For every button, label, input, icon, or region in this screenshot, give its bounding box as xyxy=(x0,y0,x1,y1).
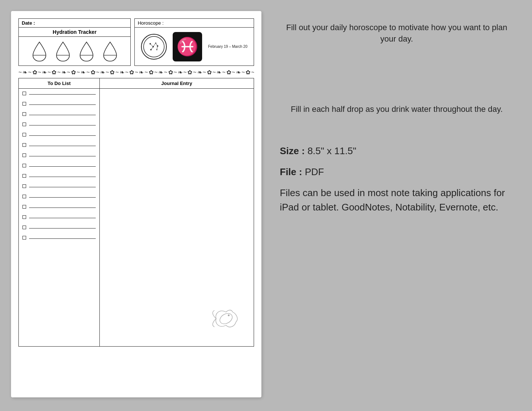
todo-checkbox[interactable] xyxy=(22,133,26,137)
water-drop-4 xyxy=(101,40,119,62)
todo-item xyxy=(22,215,96,219)
todo-item xyxy=(22,164,96,167)
horoscope-box: Horoscope : xyxy=(134,18,254,66)
todo-checkbox[interactable] xyxy=(22,123,26,126)
todo-line xyxy=(29,187,96,187)
todo-line xyxy=(29,104,96,105)
water-drop-3 xyxy=(78,40,95,62)
pisces-symbol-box: ♓ xyxy=(173,32,202,61)
todo-line xyxy=(29,197,96,198)
todo-item xyxy=(22,92,96,95)
zodiac-dates: February 19 – March 20 xyxy=(208,45,247,49)
todo-checkbox[interactable] xyxy=(22,102,26,106)
todo-line xyxy=(29,94,96,95)
todo-item xyxy=(22,226,96,229)
todo-line xyxy=(29,177,96,177)
todo-item xyxy=(22,195,96,198)
water-drops-row xyxy=(19,37,130,65)
todo-section: To Do List xyxy=(19,78,100,346)
todo-item xyxy=(22,102,96,106)
todo-checkbox[interactable] xyxy=(22,174,26,178)
todo-item xyxy=(22,153,96,157)
journal-header: Journal Entry xyxy=(100,78,254,89)
todo-items-list xyxy=(19,89,99,249)
todo-line xyxy=(29,208,96,208)
annotations-panel: Fill out your daily horoscope to motivat… xyxy=(272,11,521,218)
description-text: Files can be used in most note taking ap… xyxy=(280,186,514,215)
horoscope-content: ♓ February 19 – March 20 xyxy=(135,28,254,65)
todo-line xyxy=(29,146,96,146)
todo-checkbox[interactable] xyxy=(22,143,26,147)
todo-checkbox[interactable] xyxy=(22,236,26,240)
top-section: Date : Hydration Tracker xyxy=(18,18,254,66)
fish-watermark-icon xyxy=(209,302,243,335)
file-info: File : PDF xyxy=(280,165,514,178)
water-drop-1 xyxy=(31,40,48,62)
arrow-horoscope xyxy=(280,60,353,71)
todo-item xyxy=(22,123,96,126)
hydration-tracker-title: Hydration Tracker xyxy=(19,28,130,37)
todo-checkbox[interactable] xyxy=(22,195,26,198)
todo-checkbox[interactable] xyxy=(22,92,26,95)
journal-body[interactable] xyxy=(100,89,254,346)
todo-line xyxy=(29,135,96,136)
file-label: File : xyxy=(280,166,302,177)
date-row: Date : xyxy=(19,19,130,28)
water-drop-2 xyxy=(54,40,72,62)
journal-section: Journal Entry xyxy=(100,78,254,346)
vine-divider: ~❧~✿~❧~✿~❧~✿~❧~✿~❧~✿~❧~✿~❧~✿~❧~✿~❧~✿~❧~✿… xyxy=(18,69,254,76)
todo-item xyxy=(22,174,96,178)
todo-item xyxy=(22,133,96,137)
constellation-icon xyxy=(141,34,167,60)
size-info: Size : 8.5" x 11.5" xyxy=(280,144,514,157)
todo-line xyxy=(29,238,96,239)
todo-checkbox[interactable] xyxy=(22,215,26,219)
annotation-water-drops: Fill in each half drop as you drink wate… xyxy=(280,104,514,115)
file-value: PDF xyxy=(305,166,324,177)
svg-point-16 xyxy=(218,311,234,326)
left-top-panel: Date : Hydration Tracker xyxy=(18,18,131,66)
todo-checkbox[interactable] xyxy=(22,112,26,116)
todo-line xyxy=(29,218,96,218)
annotation-horoscope-text: Fill out your daily horoscope to motivat… xyxy=(280,22,514,45)
main-container: Date : Hydration Tracker xyxy=(11,11,521,397)
main-content-area: To Do List xyxy=(18,78,254,347)
todo-item xyxy=(22,112,96,116)
todo-checkbox[interactable] xyxy=(22,226,26,229)
horoscope-label: Horoscope : xyxy=(135,19,254,28)
todo-item xyxy=(22,184,96,188)
annotation-horoscope: Fill out your daily horoscope to motivat… xyxy=(280,22,514,45)
todo-item xyxy=(22,236,96,240)
todo-item xyxy=(22,143,96,147)
paper-document: Date : Hydration Tracker xyxy=(11,11,261,397)
todo-line xyxy=(29,125,96,125)
todo-checkbox[interactable] xyxy=(22,164,26,167)
todo-item xyxy=(22,205,96,209)
todo-line xyxy=(29,156,96,156)
todo-line xyxy=(29,166,96,167)
svg-point-17 xyxy=(228,315,229,316)
todo-checkbox[interactable] xyxy=(22,184,26,188)
info-block: Size : 8.5" x 11.5" File : PDF Files can… xyxy=(280,144,514,215)
annotation-water-text: Fill in each half drop as you drink wate… xyxy=(280,104,514,115)
size-label: Size : xyxy=(280,145,305,156)
size-value: 8.5" x 11.5" xyxy=(307,145,356,156)
todo-checkbox[interactable] xyxy=(22,153,26,157)
todo-header: To Do List xyxy=(19,78,99,89)
todo-line xyxy=(29,115,96,115)
todo-checkbox[interactable] xyxy=(22,205,26,209)
todo-line xyxy=(29,228,96,228)
pisces-unicode-symbol: ♓ xyxy=(176,36,198,57)
date-label: Date : xyxy=(22,20,35,26)
